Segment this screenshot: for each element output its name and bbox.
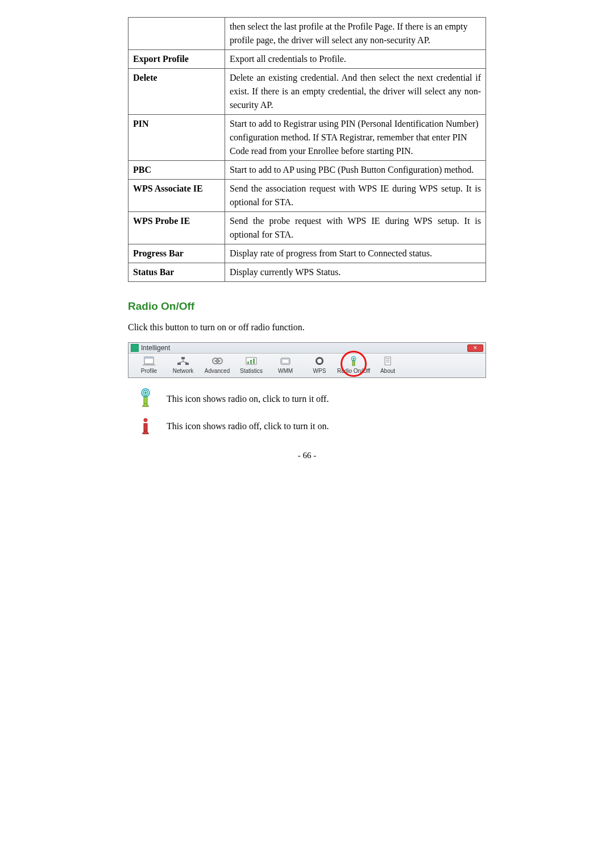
table-row: WPS Associate IESend the association req… <box>128 180 486 212</box>
table-row: Export ProfileExport all credentials to … <box>128 50 486 69</box>
svg-marker-28 <box>142 403 149 406</box>
term-cell: Delete <box>128 69 225 115</box>
term-cell: WPS Probe IE <box>128 212 225 244</box>
definitions-tbody: then select the last profile at the Prof… <box>128 18 486 282</box>
page-content: then select the last profile at the Prof… <box>128 17 486 460</box>
network-icon <box>176 356 190 366</box>
tab-about[interactable]: About <box>371 356 405 374</box>
tab-label: Statistics <box>240 368 263 374</box>
tab-radio[interactable]: Radio On/Off <box>337 356 371 374</box>
tab-label: WMM <box>278 368 293 374</box>
tab-statistics[interactable]: Statistics <box>234 356 268 374</box>
description-cell: Start to add to AP using PBC (Push Butto… <box>225 161 486 180</box>
radio-on-row: This icon shows radio on, click to turn … <box>128 388 486 410</box>
svg-rect-14 <box>247 362 249 364</box>
svg-rect-18 <box>283 360 288 363</box>
svg-rect-15 <box>250 360 252 364</box>
radio-icon <box>346 356 361 366</box>
term-cell: WPS Associate IE <box>128 180 225 212</box>
table-row: PINStart to add to Registrar using PIN (… <box>128 115 486 161</box>
radio-off-row: This icon shows radio off, click to turn… <box>128 416 486 437</box>
section-heading-radio: Radio On/Off <box>128 300 486 313</box>
svg-line-7 <box>179 362 183 363</box>
definitions-table: then select the last profile at the Prof… <box>128 17 486 282</box>
radio-off-text: This icon shows radio off, click to turn… <box>163 420 329 433</box>
term-cell: PIN <box>128 115 225 161</box>
app-window: Intelligent ProfileNetworkAdvancedStatis… <box>128 342 486 378</box>
tab-advanced[interactable]: Advanced <box>200 356 234 374</box>
window-toolbar: ProfileNetworkAdvancedStatisticsWMMWPSRa… <box>128 354 486 377</box>
profile-icon <box>142 356 156 366</box>
term-cell <box>128 18 225 50</box>
table-row: DeleteDelete an existing credential. And… <box>128 69 486 115</box>
svg-rect-1 <box>144 357 154 359</box>
tab-wmm[interactable]: WMM <box>268 356 302 374</box>
svg-rect-16 <box>253 359 255 364</box>
app-icon <box>131 344 139 352</box>
wps-icon <box>312 356 327 366</box>
svg-point-34 <box>144 418 148 422</box>
table-row: WPS Probe IESend the probe request with … <box>128 212 486 244</box>
advanced-icon <box>210 356 225 366</box>
tab-label: About <box>380 368 395 374</box>
description-cell: Display rate of progress from Start to C… <box>225 244 486 263</box>
table-row: Status BarDisplay currently WPS Status. <box>128 263 486 282</box>
description-cell: Start to add to Registrar using PIN (Per… <box>225 115 486 161</box>
svg-rect-5 <box>181 357 185 359</box>
svg-point-19 <box>318 360 321 363</box>
description-cell: Delete an existing credential. And then … <box>225 69 486 115</box>
page-number: - 66 - <box>128 451 486 460</box>
radio-on-text: This icon shows radio on, click to turn … <box>163 392 329 406</box>
term-cell: Status Bar <box>128 263 225 282</box>
tab-network[interactable]: Network <box>166 356 200 374</box>
svg-rect-3 <box>177 363 181 365</box>
tab-label: Profile <box>141 368 157 374</box>
svg-point-22 <box>352 358 355 360</box>
svg-point-12 <box>219 360 221 362</box>
tab-label: WPS <box>313 368 326 374</box>
radio-off-icon <box>138 416 154 437</box>
table-row: Progress BarDisplay rate of progress fro… <box>128 244 486 263</box>
window-titlebar: Intelligent <box>128 343 486 354</box>
tab-label: Advanced <box>205 368 230 374</box>
description-cell: Export all credentials to Profile. <box>225 50 486 69</box>
svg-rect-23 <box>385 357 391 365</box>
svg-point-11 <box>215 360 217 362</box>
term-cell: Progress Bar <box>128 244 225 263</box>
table-row: PBCStart to add to AP using PBC (Push Bu… <box>128 161 486 180</box>
description-cell: Display currently WPS Status. <box>225 263 486 282</box>
description-cell: then select the last profile at the Prof… <box>225 18 486 50</box>
tab-label: Network <box>173 368 194 374</box>
svg-line-8 <box>183 362 187 363</box>
statistics-icon <box>244 356 259 366</box>
term-cell: PBC <box>128 161 225 180</box>
term-cell: Export Profile <box>128 50 225 69</box>
tab-profile[interactable]: Profile <box>132 356 166 374</box>
wmm-icon <box>278 356 293 366</box>
window-title: Intelligent <box>141 344 170 352</box>
svg-rect-4 <box>185 363 189 365</box>
close-button[interactable] <box>467 344 483 352</box>
radio-on-icon <box>138 388 154 410</box>
svg-point-31 <box>144 392 147 394</box>
about-icon <box>380 356 395 366</box>
table-row: then select the last profile at the Prof… <box>128 18 486 50</box>
description-cell: Send the association request with WPS IE… <box>225 180 486 212</box>
radio-intro-text: Click this button to turn on or off radi… <box>128 321 486 334</box>
tab-label: Radio On/Off <box>337 368 370 374</box>
svg-marker-33 <box>142 430 149 434</box>
description-cell: Send the probe request with WPS IE durin… <box>225 212 486 244</box>
tab-wps[interactable]: WPS <box>302 356 337 374</box>
